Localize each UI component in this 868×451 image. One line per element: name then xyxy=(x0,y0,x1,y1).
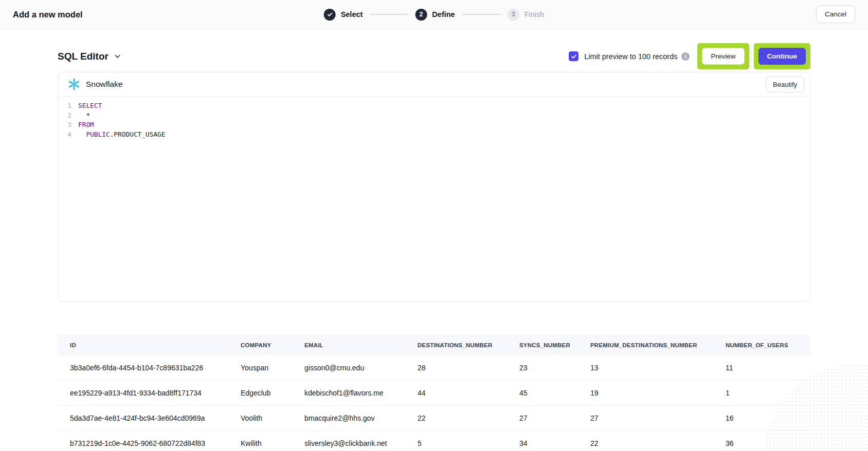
step-connector xyxy=(462,14,500,15)
step-complete-check-icon xyxy=(324,9,336,21)
cell-destinations-number: 28 xyxy=(418,364,519,372)
cell-destinations-number: 44 xyxy=(418,389,519,397)
step-select[interactable]: Select xyxy=(324,9,363,21)
cell-id: ee195229-a913-4fd1-9334-bad8ff171734 xyxy=(58,389,241,397)
chevron-down-icon xyxy=(114,52,121,60)
step-define-label: Define xyxy=(432,10,455,18)
cell-syncs-number: 34 xyxy=(519,439,590,447)
beautify-button[interactable]: Beautify xyxy=(766,77,804,92)
limit-preview-checkbox[interactable] xyxy=(569,51,578,61)
sql-keyword: PUBLIC xyxy=(86,130,110,138)
continue-button[interactable]: Continue xyxy=(758,48,806,65)
define-model-content: SQL Editor Limit preview to 100 records … xyxy=(0,43,868,451)
sql-text: * xyxy=(71,111,90,121)
code-line: 2 * xyxy=(58,111,810,121)
line-number: 1 xyxy=(58,101,71,111)
step-define-number: 2 xyxy=(415,9,427,21)
cell-premium-destinations-number: 19 xyxy=(590,389,726,397)
step-define[interactable]: 2 Define xyxy=(415,9,455,21)
step-finish-number: 3 xyxy=(508,9,519,21)
cancel-button[interactable]: Cancel xyxy=(816,6,855,23)
cell-email: sliversley3@clickbank.net xyxy=(304,439,418,447)
editor-type-label: SQL Editor xyxy=(58,51,109,62)
cell-email: kdebischof1@flavors.me xyxy=(304,389,418,397)
wizard-header: Add a new model Select 2 Define 3 Finish… xyxy=(0,0,868,29)
cell-company: Kwilith xyxy=(241,439,304,447)
code-line: 1 SELECT xyxy=(58,101,810,111)
preview-controls: Limit preview to 100 records i Preview C… xyxy=(569,43,810,69)
cell-number-of-users: 11 xyxy=(726,364,810,372)
cell-syncs-number: 23 xyxy=(519,364,590,372)
page-title: Add a new model xyxy=(13,10,83,20)
cell-email: bmacquire2@hhs.gov xyxy=(304,414,418,422)
cell-id: 3b3a0ef6-6fda-4454-b104-7c89631ba226 xyxy=(58,364,241,372)
step-select-label: Select xyxy=(341,10,363,18)
line-number: 2 xyxy=(58,111,71,121)
cell-company: Edgeclub xyxy=(241,389,304,397)
line-number: 3 xyxy=(58,120,71,130)
sql-code-editor[interactable]: 1 SELECT 2 * 3 FROM 4 PUBLIC.PRODUCT_USA… xyxy=(58,97,810,144)
line-number: 4 xyxy=(58,130,71,140)
column-header-email: EMAIL xyxy=(304,342,418,348)
limit-preview-label: Limit preview to 100 records xyxy=(584,52,677,61)
cell-id: b731219d-1c0e-4425-9062-680722d84f83 xyxy=(58,439,241,447)
cell-company: Youspan xyxy=(241,364,304,372)
sql-keyword: FROM xyxy=(78,121,94,128)
column-header-destinations-number: DESTINATIONS_NUMBER xyxy=(418,342,519,348)
table-row: ee195229-a913-4fd1-9334-bad8ff171734 Edg… xyxy=(58,381,810,406)
cell-number-of-users: 1 xyxy=(726,389,810,397)
cell-email: gisson0@cmu.edu xyxy=(304,364,418,372)
cell-id: 5da3d7ae-4e81-424f-bc94-3e604cd0969a xyxy=(58,414,241,422)
connector-header: Snowflake Beautify xyxy=(58,72,810,97)
column-header-premium-destinations-number: PREMIUM_DESTINATIONS_NUMBER xyxy=(590,342,726,348)
table-row: b731219d-1c0e-4425-9062-680722d84f83 Kwi… xyxy=(58,431,810,451)
cell-syncs-number: 45 xyxy=(519,389,590,397)
preview-button[interactable]: Preview xyxy=(702,48,744,65)
code-line: 3 FROM xyxy=(58,120,810,130)
info-icon[interactable]: i xyxy=(681,52,690,61)
code-line: 4 PUBLIC.PRODUCT_USAGE xyxy=(58,130,810,140)
column-header-number-of-users: NUMBER_OF_USERS xyxy=(726,342,810,348)
column-header-id: ID xyxy=(58,342,241,348)
step-connector xyxy=(370,14,408,15)
table-row: 3b3a0ef6-6fda-4454-b104-7c89631ba226 You… xyxy=(58,355,810,381)
cell-destinations-number: 5 xyxy=(418,439,519,447)
preview-results-table: ID COMPANY EMAIL DESTINATIONS_NUMBER SYN… xyxy=(58,335,810,451)
step-finish-label: Finish xyxy=(525,10,545,18)
editor-toolbar: SQL Editor Limit preview to 100 records … xyxy=(58,43,810,70)
table-row: 5da3d7ae-4e81-424f-bc94-3e604cd0969a Voo… xyxy=(58,406,810,431)
connector-name: Snowflake xyxy=(86,80,123,89)
cell-premium-destinations-number: 22 xyxy=(590,439,726,447)
cell-company: Voolith xyxy=(241,414,304,422)
snowflake-icon xyxy=(67,78,81,91)
cell-number-of-users: 36 xyxy=(726,439,810,447)
continue-button-highlight: Continue xyxy=(754,43,811,69)
editor-type-dropdown[interactable]: SQL Editor xyxy=(58,51,121,62)
sql-text: .PRODUCT_USAGE xyxy=(110,130,166,138)
table-header-row: ID COMPANY EMAIL DESTINATIONS_NUMBER SYN… xyxy=(58,335,810,355)
cell-destinations-number: 22 xyxy=(418,414,519,422)
column-header-syncs-number: SYNCS_NUMBER xyxy=(519,342,590,348)
sql-keyword: SELECT xyxy=(78,102,102,109)
sql-editor-card: Snowflake Beautify 1 SELECT 2 * 3 FROM 4… xyxy=(58,72,810,302)
cell-number-of-users: 16 xyxy=(726,414,810,422)
wizard-stepper: Select 2 Define 3 Finish xyxy=(324,0,545,29)
step-finish: 3 Finish xyxy=(508,9,545,21)
preview-button-highlight: Preview xyxy=(697,43,749,69)
cell-premium-destinations-number: 13 xyxy=(590,364,726,372)
sql-text xyxy=(78,130,86,138)
column-header-company: COMPANY xyxy=(241,342,304,348)
cell-syncs-number: 27 xyxy=(519,414,590,422)
cell-premium-destinations-number: 27 xyxy=(590,414,726,422)
